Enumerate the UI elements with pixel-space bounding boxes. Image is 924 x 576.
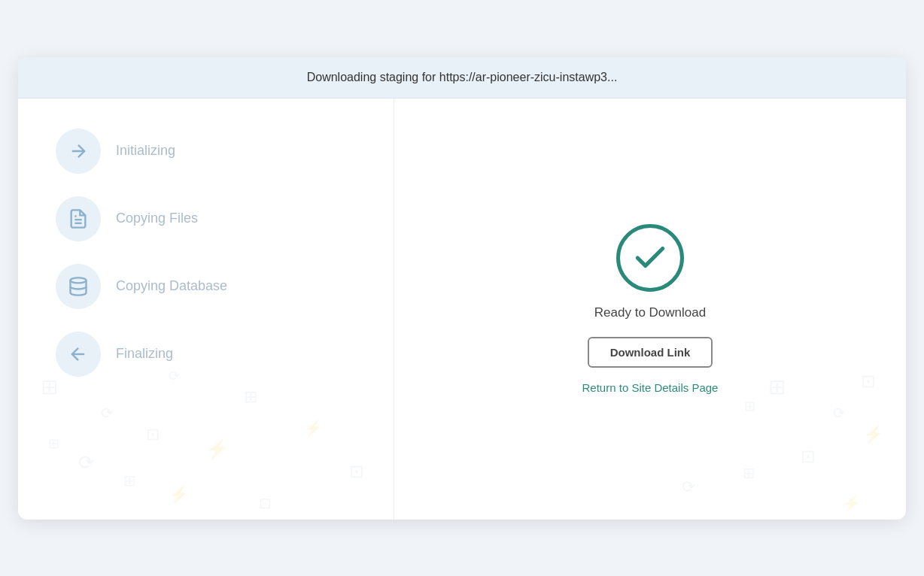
- step-icon-copying-database: [56, 264, 101, 309]
- bg-icon: ⚡: [206, 438, 229, 459]
- modal-container: Downloading staging for https://ar-pione…: [18, 57, 906, 520]
- download-link-button[interactable]: Download Link: [588, 337, 713, 368]
- success-icon-wrapper: [616, 224, 684, 292]
- bg-icon: ⊡: [861, 371, 876, 392]
- step-item-initializing: Initializing: [56, 129, 356, 174]
- step-label-copying-database: Copying Database: [116, 278, 227, 294]
- bg-icon: ⊞: [123, 471, 136, 490]
- arrow-left-icon: [68, 344, 89, 365]
- bg-icon: ⊡: [259, 494, 272, 512]
- checkmark-icon: [631, 239, 669, 277]
- bg-icon: ⊞: [244, 387, 257, 407]
- step-icon-initializing: [56, 129, 101, 174]
- step-label-finalizing: Finalizing: [116, 346, 173, 362]
- bg-icon: ⚡: [863, 425, 883, 444]
- success-circle: [616, 224, 684, 292]
- bg-icon: ⊞: [41, 374, 58, 399]
- step-label-initializing: Initializing: [116, 143, 175, 159]
- right-panel: ⊞ ⟳ ⚡ ⊡ ⊞ ⟳ ⚡ ⊡ ⊞ Ready to Download: [394, 99, 906, 520]
- step-item-copying-files: Copying Files: [56, 196, 356, 241]
- modal-header: Downloading staging for https://ar-pione…: [18, 57, 906, 99]
- bg-icon: ⊞: [744, 398, 755, 414]
- bg-icon: ⟳: [78, 451, 95, 474]
- bg-icon: ⊡: [146, 425, 160, 444]
- return-to-site-details-link[interactable]: Return to Site Details Page: [582, 381, 719, 394]
- bg-icon: ⊡: [801, 446, 816, 467]
- ready-to-download-text: Ready to Download: [594, 305, 706, 320]
- step-icon-copying-files: [56, 196, 101, 241]
- bg-icon: ⚡: [304, 419, 323, 437]
- svg-point-4: [71, 277, 87, 283]
- bg-icon: ⚡: [169, 485, 189, 505]
- modal-body: ⊞ ⟳ ⊡ ⚡ ⟳ ⊞ ⚡ ⊡ ⊞ ⟳ ⚡ ⊡ ⊞: [18, 99, 906, 520]
- step-item-finalizing: Finalizing: [56, 332, 356, 377]
- bg-icon: ⟳: [101, 404, 114, 422]
- document-icon: [68, 208, 89, 229]
- bg-icon: ⟳: [833, 404, 846, 422]
- modal-header-title: Downloading staging for https://ar-pione…: [307, 71, 618, 83]
- left-panel: ⊞ ⟳ ⊡ ⚡ ⟳ ⊞ ⚡ ⊡ ⊞ ⟳ ⚡ ⊡ ⊞: [18, 99, 394, 520]
- step-icon-finalizing: [56, 332, 101, 377]
- database-icon: [68, 276, 89, 297]
- arrow-right-icon: [68, 141, 89, 162]
- bg-icon: ⊡: [349, 461, 364, 482]
- step-item-copying-database: Copying Database: [56, 264, 356, 309]
- steps-list: Initializing Copying Files: [56, 129, 356, 377]
- bg-icon: ⚡: [842, 494, 861, 512]
- step-label-copying-files: Copying Files: [116, 211, 198, 226]
- bg-icon: ⟳: [682, 477, 695, 497]
- bg-icon: ⊞: [48, 435, 59, 452]
- bg-icon: ⊞: [743, 464, 755, 482]
- bg-icon: ⊞: [768, 374, 786, 399]
